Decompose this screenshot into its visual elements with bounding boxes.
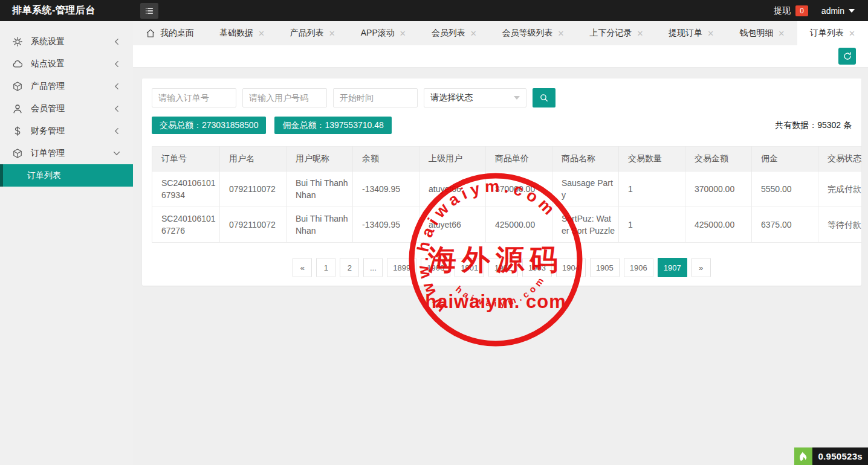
refresh-button[interactable] bbox=[838, 48, 856, 65]
debug-logo-button[interactable] bbox=[794, 447, 812, 465]
sidebar-item-label: 财务管理 bbox=[31, 126, 65, 136]
tab-item[interactable]: APP滚动✕ bbox=[348, 21, 419, 45]
sidebar-menu: 系统设置站点设置产品管理会员管理财务管理订单管理订单列表 bbox=[0, 30, 133, 187]
stats-row: 交易总额：273031858500 佣金总额：1397553710.48 共有数… bbox=[152, 117, 852, 134]
pager-ellipsis[interactable]: ... bbox=[363, 258, 383, 277]
status-select-value: 请选择状态 bbox=[430, 92, 473, 103]
pager-page-button[interactable]: 1900 bbox=[421, 258, 450, 277]
pager-page-button[interactable]: 1902 bbox=[488, 258, 518, 277]
username: admin bbox=[821, 6, 844, 16]
table-cell: 370000.00 bbox=[685, 172, 752, 207]
pager-prev-button[interactable]: « bbox=[293, 258, 312, 277]
pager-page-button[interactable]: 1903 bbox=[522, 258, 552, 277]
close-icon[interactable]: ✕ bbox=[707, 29, 714, 38]
tab-item[interactable]: 会员列表✕ bbox=[419, 21, 490, 45]
chevron-down-icon bbox=[514, 96, 520, 100]
pagination: «12...1899190019011902190319041905190619… bbox=[152, 258, 852, 277]
commission-total-button[interactable]: 佣金总额：1397553710.48 bbox=[274, 117, 391, 134]
close-icon[interactable]: ✕ bbox=[400, 29, 406, 38]
pager-page-button[interactable]: 1907 bbox=[658, 258, 687, 277]
table-cell: 425000.00 bbox=[486, 207, 552, 243]
search-button[interactable] bbox=[533, 88, 555, 107]
table-cell: SortPuz: Water Sort Puzzle bbox=[552, 207, 619, 243]
tab-label: 会员等级列表 bbox=[502, 28, 553, 39]
table-cell: 6375.00 bbox=[752, 207, 818, 243]
table-cell: Sausage Party bbox=[552, 172, 619, 207]
home-icon bbox=[146, 28, 155, 38]
close-icon[interactable]: ✕ bbox=[470, 29, 477, 38]
tab-item[interactable]: 提现订单✕ bbox=[656, 21, 727, 45]
table-row: SC240106101672760792110072Bui Thi Thanh … bbox=[152, 207, 862, 243]
start-time-input[interactable] bbox=[333, 88, 418, 107]
pager-page-button[interactable]: 1906 bbox=[624, 258, 653, 277]
tab-label: 钱包明细 bbox=[739, 28, 773, 39]
table-cell: 425000.00 bbox=[685, 207, 752, 243]
trade-total-button[interactable]: 交易总额：273031858500 bbox=[152, 117, 266, 134]
user-icon bbox=[12, 103, 23, 114]
tab-label: 基础数据 bbox=[219, 28, 253, 39]
table-cell: -13409.95 bbox=[353, 172, 419, 207]
column-header: 用户昵称 bbox=[287, 147, 353, 172]
user-menu[interactable]: admin bbox=[821, 6, 855, 16]
table-cell: atuyet66 bbox=[419, 207, 486, 243]
pager-next-button[interactable]: » bbox=[691, 258, 711, 277]
refresh-icon bbox=[843, 51, 852, 61]
collapse-menu-button[interactable] bbox=[140, 3, 158, 19]
table-cell: 0792110072 bbox=[220, 207, 287, 243]
sidebar-item[interactable]: 系统设置 bbox=[0, 30, 133, 53]
table-cell: Bui Thi Thanh Nhan bbox=[287, 172, 353, 207]
pager-page-button[interactable]: 1904 bbox=[556, 258, 586, 277]
sidebar-item[interactable]: 财务管理 bbox=[0, 120, 133, 142]
flame-icon bbox=[797, 451, 809, 463]
tab-item[interactable]: 基础数据✕ bbox=[207, 21, 277, 45]
record-count: 共有数据：95302 条 bbox=[775, 120, 852, 131]
close-icon[interactable]: ✕ bbox=[329, 29, 335, 38]
withdraw-link[interactable]: 提现 0 bbox=[774, 5, 808, 16]
pager-page-button[interactable]: 2 bbox=[340, 258, 359, 277]
tab-label: 我的桌面 bbox=[160, 28, 194, 39]
table-cell: 5550.00 bbox=[752, 172, 818, 207]
user-no-input[interactable] bbox=[242, 88, 327, 107]
sidebar-subitem[interactable]: 订单列表 bbox=[0, 164, 133, 187]
tab-label: 会员列表 bbox=[432, 28, 465, 39]
topbar: 排单系统-管理后台 提现 0 admin bbox=[0, 0, 868, 21]
column-header: 商品名称 bbox=[552, 147, 619, 172]
list-icon bbox=[144, 6, 154, 16]
order-no-input[interactable] bbox=[152, 88, 236, 107]
chevron-down-icon bbox=[112, 149, 121, 158]
sidebar-item-label: 站点设置 bbox=[31, 59, 65, 69]
tab-item[interactable]: 会员等级列表✕ bbox=[490, 21, 577, 45]
status-select[interactable]: 请选择状态 bbox=[424, 88, 526, 107]
close-icon[interactable]: ✕ bbox=[558, 29, 565, 38]
close-icon[interactable]: ✕ bbox=[849, 29, 855, 38]
sidebar-item[interactable]: 订单管理 bbox=[0, 142, 133, 164]
tab-item[interactable]: 钱包明细✕ bbox=[727, 21, 797, 45]
tab-item[interactable]: 上下分记录✕ bbox=[577, 21, 656, 45]
column-header: 上级用户 bbox=[419, 147, 486, 172]
table-cell: SC24010610167276 bbox=[152, 207, 220, 243]
tab-item[interactable]: 订单列表✕ bbox=[797, 21, 868, 45]
column-header: 交易金额 bbox=[685, 147, 752, 172]
tab-bar: 我的桌面基础数据✕产品列表✕APP滚动✕会员列表✕会员等级列表✕上下分记录✕提现… bbox=[133, 21, 868, 45]
close-icon[interactable]: ✕ bbox=[636, 29, 643, 38]
pager-page-button[interactable]: 1901 bbox=[455, 258, 484, 277]
column-header: 订单号 bbox=[152, 147, 220, 172]
pager-page-button[interactable]: 1 bbox=[316, 258, 335, 277]
pager-page-button[interactable]: 1899 bbox=[387, 258, 416, 277]
filter-row: 请选择状态 bbox=[152, 88, 852, 107]
tab-label: 提现订单 bbox=[669, 28, 702, 39]
close-icon[interactable]: ✕ bbox=[258, 29, 265, 38]
sidebar-item[interactable]: 会员管理 bbox=[0, 97, 133, 120]
pager-page-button[interactable]: 1905 bbox=[590, 258, 620, 277]
close-icon[interactable]: ✕ bbox=[778, 29, 785, 38]
column-header: 余额 bbox=[353, 147, 419, 172]
sidebar-item[interactable]: 站点设置 bbox=[0, 53, 133, 75]
sidebar-item[interactable]: 产品管理 bbox=[0, 75, 133, 97]
sidebar-item-label: 会员管理 bbox=[31, 103, 65, 114]
column-header: 用户名 bbox=[220, 147, 287, 172]
tab-label: 订单列表 bbox=[810, 28, 844, 39]
chevron-left-icon bbox=[112, 104, 121, 113]
tab-item[interactable]: 我的桌面 bbox=[133, 21, 207, 45]
tab-item[interactable]: 产品列表✕ bbox=[277, 21, 348, 45]
debug-bar: 0.950523s bbox=[794, 447, 868, 465]
